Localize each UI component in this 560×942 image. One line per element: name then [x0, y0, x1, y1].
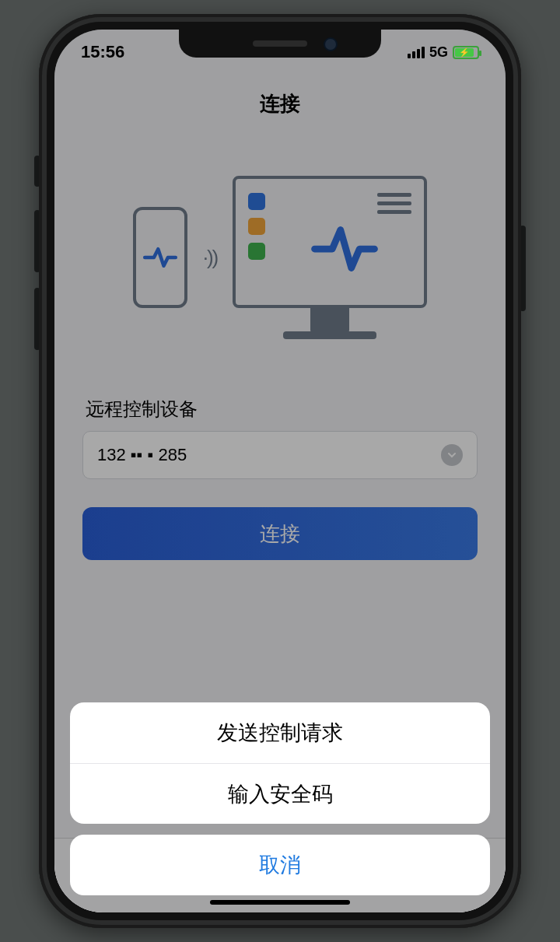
phone-screen: 15:56 5G ⚡ 连接 ·)): [54, 30, 506, 912]
charging-icon: ⚡: [459, 48, 470, 57]
status-time: 15:56: [81, 42, 124, 62]
sheet-cancel-button[interactable]: 取消: [70, 835, 490, 895]
sheet-option-label: 输入安全码: [228, 780, 333, 808]
sheet-send-request-button[interactable]: 发送控制请求: [70, 702, 490, 763]
action-sheet: 发送控制请求 输入安全码 取消: [70, 702, 490, 895]
status-network: 5G: [429, 44, 448, 61]
sheet-enter-code-button[interactable]: 输入安全码: [70, 763, 490, 824]
battery-icon: ⚡: [453, 46, 479, 59]
home-indicator[interactable]: [210, 900, 350, 905]
signal-icon: [408, 47, 425, 58]
sheet-cancel-label: 取消: [259, 851, 301, 879]
sheet-option-label: 发送控制请求: [217, 719, 343, 747]
notch: [179, 30, 381, 58]
phone-frame: 15:56 5G ⚡ 连接 ·)): [39, 14, 521, 928]
